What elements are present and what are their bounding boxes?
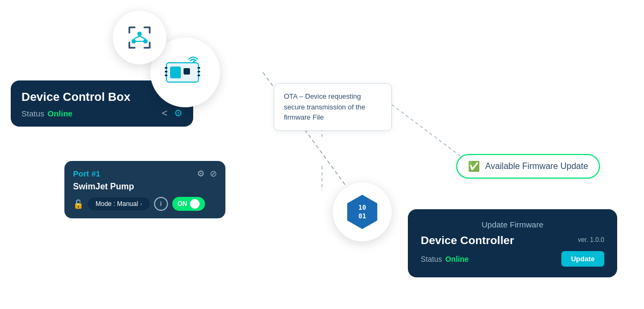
on-toggle[interactable]: ON [172,197,205,211]
update-status-value: Online [445,255,469,263]
info-icon: i [160,200,162,208]
device-status-label: Status [21,109,45,118]
svg-rect-7 [170,67,181,78]
toggle-label: ON [178,200,187,208]
toggle-dot [190,199,200,209]
svg-rect-13 [197,71,200,72]
svg-point-15 [193,61,195,63]
info-button[interactable]: i [154,197,168,211]
chevron-right-icon: › [140,201,142,207]
svg-marker-21 [347,195,377,229]
port-title: Port #1 [73,169,100,178]
lock-icon: 🔓 [73,199,84,209]
share-icon[interactable]: < [162,108,167,119]
firmware-badge: ✅ Available Firmware Update [456,154,600,179]
settings-icon[interactable]: ⚙ [174,107,182,119]
svg-rect-12 [197,67,200,69]
version-text: ver. 1.0.0 [578,236,604,244]
device-status-value: Online [48,109,73,118]
circuit-board-icon [164,56,207,89]
firmware-hex-icon: 10 01 [343,193,382,231]
mode-label: Mode : Manual [96,200,138,208]
update-status-label: Status [421,255,442,263]
port-gear-icon[interactable]: ⚙ [197,168,204,179]
network-circle [113,11,166,64]
svg-line-4 [140,36,145,39]
ota-message-box: OTA – Device requesting secure transmiss… [274,83,392,131]
update-firmware-card: Update Firmware Device Controller ver. 1… [408,209,617,277]
port-card: Port #1 ⚙ ⊘ SwimJet Pump 🔓 Mode : Manual… [64,161,225,218]
update-device-name: Device Controller [421,234,514,247]
mode-button[interactable]: Mode : Manual › [88,197,150,210]
pump-name: SwimJet Pump [73,182,217,192]
svg-text:01: 01 [358,212,366,220]
port-block-icon[interactable]: ⊘ [210,168,217,179]
svg-rect-11 [165,75,167,76]
firmware-circle: 10 01 [333,182,392,241]
svg-rect-14 [197,75,200,76]
svg-rect-8 [184,68,190,75]
network-icon [125,23,154,52]
svg-line-19 [392,105,467,161]
ota-text: OTA – Device requesting secure transmiss… [284,91,382,123]
svg-point-0 [137,32,142,36]
svg-rect-9 [165,67,167,69]
update-button[interactable]: Update [561,251,604,267]
svg-text:10: 10 [358,204,366,211]
firmware-badge-text: Available Firmware Update [485,161,588,171]
svg-rect-10 [165,71,167,72]
svg-line-3 [134,36,140,39]
check-circle-icon: ✅ [468,160,480,172]
update-firmware-title: Update Firmware [481,220,543,229]
